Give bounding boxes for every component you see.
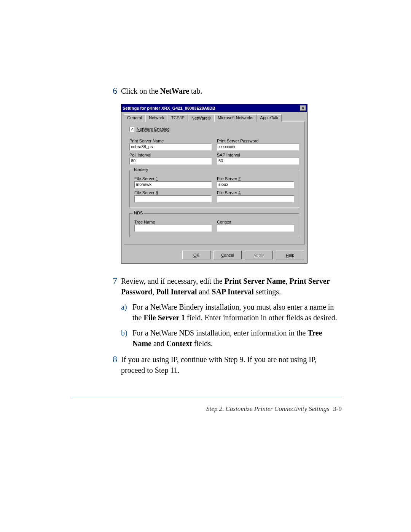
- tab-network[interactable]: Network: [145, 114, 167, 121]
- footer-divider: [72, 397, 342, 397]
- print-server-name-input[interactable]: cobra38_ps: [129, 144, 212, 150]
- close-icon[interactable]: ×: [300, 105, 306, 111]
- step-6: 6 Click on the NetWare tab.: [107, 86, 342, 96]
- tree-name-label: Tree Name: [134, 220, 212, 224]
- poll-interval-label: Poll Interval: [129, 153, 212, 157]
- context-label: Context: [217, 220, 294, 224]
- print-server-password-input[interactable]: xxxxxxxx: [217, 144, 299, 150]
- tab-tcpip[interactable]: TCP/IP: [167, 114, 188, 121]
- file-server-1-input[interactable]: mohawk: [134, 181, 212, 188]
- file-server-4-label: File Server 4: [217, 190, 294, 195]
- page-footer: Step 2. Customize Printer Connectivity S…: [72, 405, 342, 413]
- bindery-group: Bindery File Server 1 mohawk File Server…: [129, 170, 299, 208]
- step-text: If you are using IP, continue with Step …: [121, 354, 342, 375]
- netware-enabled-label: NetWare Enabled: [137, 127, 169, 132]
- nds-title: NDS: [133, 211, 144, 215]
- step-number: 8: [107, 354, 117, 364]
- step-7a: a) For a NetWare Bindery installation, y…: [121, 302, 342, 323]
- tab-msnetworks[interactable]: Microsoft Networks: [214, 114, 257, 121]
- tab-panel-netware: ✓ NetWare Enabled Print Server Name cobr…: [124, 121, 305, 244]
- file-server-3-label: File Server 3: [134, 190, 212, 195]
- step-7b: b) For a NetWare NDS installation, enter…: [121, 328, 342, 349]
- file-server-1-label: File Server 1: [134, 176, 212, 181]
- sap-interval-input[interactable]: 60: [217, 158, 299, 165]
- netware-enabled-checkbox[interactable]: ✓: [129, 127, 134, 132]
- tab-bar: General Network TCP/IP NetWare® Microsof…: [124, 114, 305, 121]
- cancel-button[interactable]: Cancel: [213, 251, 242, 259]
- file-server-3-input[interactable]: [134, 195, 212, 202]
- sub-text: For a NetWare NDS installation, enter in…: [132, 328, 342, 349]
- settings-dialog: Settings for printer XRX_G421_08003E28A8…: [121, 104, 307, 264]
- dialog-title: Settings for printer XRX_G421_08003E28A8…: [123, 106, 215, 110]
- file-server-2-input[interactable]: sioux: [217, 181, 294, 188]
- step-8: 8 If you are using IP, continue with Ste…: [107, 354, 342, 375]
- dialog-screenshot: Settings for printer XRX_G421_08003E28A8…: [121, 104, 342, 264]
- page-number: 3-9: [333, 405, 342, 412]
- bindery-title: Bindery: [133, 167, 149, 172]
- tree-name-input[interactable]: [134, 225, 212, 232]
- print-server-name-label: Print Server Name: [129, 139, 212, 143]
- button-bar: OK Cancel Apply Help: [121, 247, 307, 263]
- nds-group: NDS Tree Name Context: [129, 213, 299, 237]
- print-server-password-label: Print Server Password: [217, 139, 299, 143]
- step-text: Review, and if necessary, edit the Print…: [121, 276, 342, 297]
- sub-letter: a): [121, 303, 132, 312]
- file-server-4-input[interactable]: [217, 195, 294, 202]
- apply-button[interactable]: Apply: [245, 251, 273, 259]
- sub-text: For a NetWare Bindery installation, you …: [132, 302, 342, 323]
- tab-appletalk[interactable]: AppleTalk: [257, 114, 282, 121]
- tab-netware[interactable]: NetWare®: [188, 114, 214, 122]
- step-7: 7 Review, and if necessary, edit the Pri…: [107, 276, 342, 297]
- sap-interval-label: SAP Interval: [217, 153, 299, 157]
- ok-button[interactable]: OK: [182, 251, 210, 259]
- footer-text: Step 2. Customize Printer Connectivity S…: [206, 405, 329, 412]
- context-input[interactable]: [217, 225, 294, 232]
- step-number: 6: [107, 86, 117, 96]
- step-text: Click on the NetWare tab.: [121, 86, 342, 96]
- help-button[interactable]: Help: [276, 251, 304, 259]
- tab-general[interactable]: General: [124, 114, 145, 121]
- sub-letter: b): [121, 329, 132, 337]
- poll-interval-input[interactable]: 60: [129, 158, 212, 165]
- file-server-2-label: File Server 2: [217, 176, 294, 181]
- dialog-titlebar: Settings for printer XRX_G421_08003E28A8…: [121, 104, 307, 112]
- step-number: 7: [107, 276, 117, 286]
